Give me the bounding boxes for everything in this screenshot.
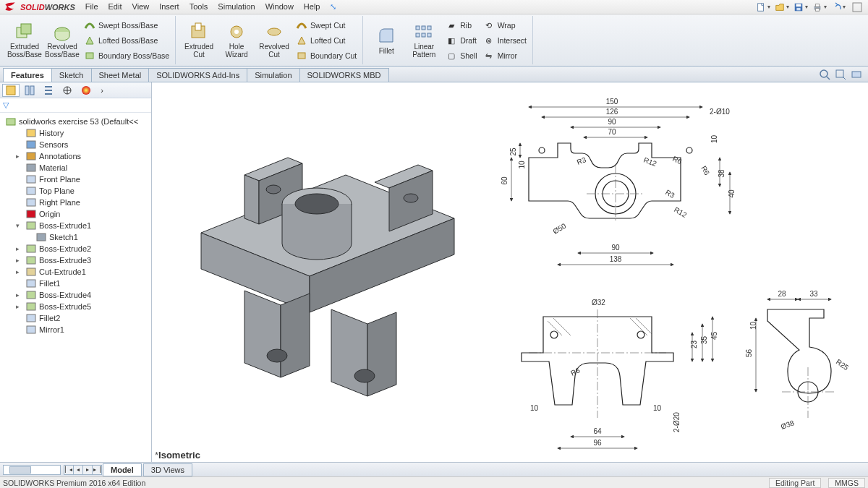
svg-rect-9 xyxy=(21,24,31,34)
svg-rect-49 xyxy=(27,314,35,322)
svg-rect-47 xyxy=(27,291,35,299)
draft-button[interactable]: ◧Draft xyxy=(444,34,478,47)
wrap-button[interactable]: ⟲Wrap xyxy=(482,19,528,32)
view-tab-model[interactable]: Model xyxy=(103,463,142,476)
extruded-boss-button[interactable]: Extruded Boss/Base xyxy=(7,22,42,59)
menu-insert[interactable]: Insert xyxy=(155,1,184,13)
fm-tab-property-icon[interactable] xyxy=(21,84,38,97)
ribbon-group-boss: Extruded Boss/Base Revolved Boss/Base Sw… xyxy=(3,16,176,64)
swept-cut-button[interactable]: Swept Cut xyxy=(294,19,358,32)
status-units[interactable]: MMGS xyxy=(828,478,865,488)
menu-pin-icon[interactable]: ⤡ xyxy=(326,1,341,13)
tree-item[interactable]: ▸Cut-Extrude1 xyxy=(1,266,150,278)
svg-text:138: 138 xyxy=(610,255,622,263)
feature-filter[interactable]: ▽ xyxy=(0,98,151,113)
swept-boss-button[interactable]: Swept Boss/Base xyxy=(82,19,171,32)
tab-features[interactable]: Features xyxy=(3,68,52,82)
tab-sketch[interactable]: Sketch xyxy=(51,68,92,82)
rebuild-icon[interactable] xyxy=(849,1,865,14)
svg-rect-0 xyxy=(758,3,764,11)
menu-window[interactable]: Window xyxy=(261,1,298,13)
svg-text:70: 70 xyxy=(608,128,616,136)
tree-item[interactable]: Fillet1 xyxy=(1,278,150,289)
fm-tab-config-icon[interactable] xyxy=(40,84,57,97)
tab-simulation[interactable]: Simulation xyxy=(247,68,299,82)
display-style-icon[interactable] xyxy=(851,69,862,82)
graphics-area[interactable]: 150 126 90 70 90 138 60 xyxy=(152,82,868,462)
menu-tools[interactable]: Tools xyxy=(185,1,213,13)
svg-text:126: 126 xyxy=(606,108,618,116)
revolved-cut-button[interactable]: Revolved Cut xyxy=(257,22,292,59)
menu-file[interactable]: File xyxy=(81,1,103,13)
tree-item[interactable]: Top Plane xyxy=(1,185,150,197)
fm-tab-dimxpert-icon[interactable] xyxy=(59,84,76,97)
boundary-cut-button[interactable]: Boundary Cut xyxy=(294,49,358,62)
svg-text:R25: R25 xyxy=(835,358,851,372)
open-doc-icon[interactable] xyxy=(774,1,790,14)
svg-text:90: 90 xyxy=(611,244,620,252)
tree-root[interactable]: solidworks exercise 53 (Default<< xyxy=(1,116,150,127)
hole-wizard-button[interactable]: Hole Wizard xyxy=(219,22,254,59)
tree-item[interactable]: Sensors xyxy=(1,139,150,150)
tab-mbd[interactable]: SOLIDWORKS MBD xyxy=(299,68,389,82)
tree-item[interactable]: Fillet2 xyxy=(1,312,150,324)
menu-help[interactable]: Help xyxy=(299,1,325,13)
tree-item[interactable]: ▸Boss-Extrude3 xyxy=(1,254,150,266)
menu-simulation[interactable]: Simulation xyxy=(213,1,259,13)
horizontal-scrollbar[interactable] xyxy=(3,465,61,475)
svg-text:R3: R3 xyxy=(664,188,676,200)
tab-addins[interactable]: SOLIDWORKS Add-Ins xyxy=(148,68,247,82)
extruded-cut-button[interactable]: Extruded Cut xyxy=(182,22,216,59)
tree-item[interactable]: Right Plane xyxy=(1,197,150,208)
intersect-button[interactable]: ⊗Intersect xyxy=(482,34,528,47)
tree-item[interactable]: Mirror1 xyxy=(1,324,150,335)
linear-pattern-button[interactable]: Linear Pattern xyxy=(407,22,441,59)
fm-tab-tree-icon[interactable] xyxy=(2,84,20,97)
title-bar: SOLIDWORKS File Edit View Insert Tools S… xyxy=(0,0,868,14)
lofted-cut-button[interactable]: Lofted Cut xyxy=(294,34,358,47)
tree-item[interactable]: Front Plane xyxy=(1,174,150,185)
svg-rect-34 xyxy=(27,141,35,148)
menu-bar: File Edit View Insert Tools Simulation W… xyxy=(81,1,341,13)
tree-item[interactable]: ▸Boss-Extrude5 xyxy=(1,301,150,312)
svg-text:56: 56 xyxy=(745,348,753,357)
fillet-button[interactable]: Fillet xyxy=(369,26,404,55)
tree-item[interactable]: History xyxy=(1,127,150,139)
svg-text:R6: R6 xyxy=(671,155,684,166)
tree-item[interactable]: Material xyxy=(1,162,150,174)
rib-button[interactable]: ▰Rib xyxy=(444,19,478,32)
svg-point-72 xyxy=(686,147,692,153)
lofted-boss-button[interactable]: Lofted Boss/Base xyxy=(82,34,171,47)
tree-item[interactable]: Sketch1 xyxy=(1,231,150,243)
svg-rect-2 xyxy=(796,4,801,7)
tab-nav-buttons[interactable]: ▏◂◂▸▸▕ xyxy=(64,465,101,475)
tree-item[interactable]: ▸Boss-Extrude4 xyxy=(1,289,150,301)
tree-item[interactable]: ▸Boss-Extrude2 xyxy=(1,243,150,254)
print-icon[interactable] xyxy=(812,1,827,14)
undo-icon[interactable] xyxy=(830,1,846,14)
svg-rect-27 xyxy=(7,86,15,95)
zoom-area-icon[interactable] xyxy=(835,69,846,82)
tab-sheetmetal[interactable]: Sheet Metal xyxy=(91,68,150,82)
revolved-boss-button[interactable]: Revolved Boss/Base xyxy=(45,22,80,59)
menu-view[interactable]: View xyxy=(128,1,154,13)
svg-rect-28 xyxy=(25,86,29,95)
boundary-boss-button[interactable]: Boundary Boss/Base xyxy=(82,49,171,62)
view-tab-bar: ▏◂◂▸▸▕ Model 3D Views xyxy=(0,462,868,476)
svg-text:Ø32: Ø32 xyxy=(592,299,605,307)
feature-tree[interactable]: solidworks exercise 53 (Default<< Histor… xyxy=(0,113,151,462)
tree-item[interactable]: ▾Boss-Extrude1 xyxy=(1,220,150,231)
view-tab-3dviews[interactable]: 3D Views xyxy=(143,463,192,476)
new-doc-icon[interactable] xyxy=(755,1,771,14)
svg-rect-45 xyxy=(27,268,35,275)
shell-button[interactable]: ▢Shell xyxy=(444,49,478,62)
tree-item[interactable]: ▸Annotations xyxy=(1,150,150,162)
mirror-button[interactable]: ⇋Mirror xyxy=(482,49,528,62)
svg-text:90: 90 xyxy=(608,118,616,126)
save-icon[interactable] xyxy=(793,1,809,14)
fm-tab-display-icon[interactable] xyxy=(77,84,95,97)
tree-item[interactable]: Origin xyxy=(1,208,150,220)
zoom-to-fit-icon[interactable] xyxy=(819,69,830,82)
menu-edit[interactable]: Edit xyxy=(104,1,127,13)
fm-tab-more-icon[interactable]: › xyxy=(96,84,108,97)
